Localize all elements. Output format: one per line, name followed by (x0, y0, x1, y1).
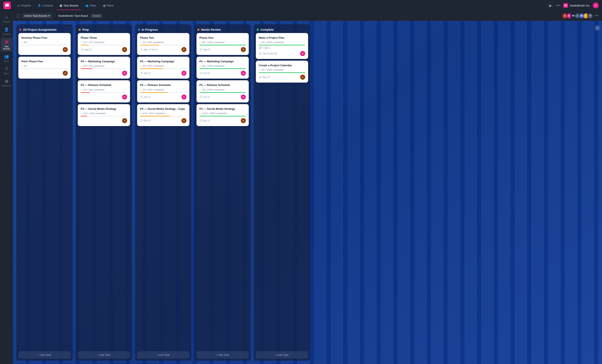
progress-bar-card-14 (199, 116, 246, 117)
card-card-4[interactable]: P3 — Marketing Campaign≡2/8 • 25% comple… (78, 57, 130, 79)
card-avatar-card-8: M (182, 71, 186, 76)
projects-icon: 🗂 (5, 15, 8, 20)
card-title-card-1: Develop Phase Four (21, 36, 68, 40)
app-logo[interactable] (3, 2, 11, 9)
card-title-card-7: Phase Two (140, 36, 186, 40)
sidebar-item-plans[interactable]: ☰ Plans (1, 65, 12, 76)
subtask-icon-card-7: ≡ (140, 41, 141, 43)
card-footer-card-12: 🕐Oct 17M (199, 71, 246, 76)
add-task-button-needs-review[interactable]: + Add Task (196, 351, 249, 359)
card-footer-card-8: 🕐Oct 17M (140, 71, 186, 76)
sub-header-right: A B RD C BS D +7 ••• (562, 13, 599, 19)
subtask-icon-card-12: ≡ (199, 65, 201, 67)
card-date-card-14: 🕐Oct 17 (199, 119, 210, 122)
board-area: All Project AssignmentsDevelop Phase Fou… (13, 21, 602, 364)
card-card-16[interactable]: Create a Project Calendar≡4/4 • 100% com… (256, 61, 308, 83)
column-title-in-progress: In Progress (142, 28, 158, 31)
subtask-text-card-7: 2/5 • 40% completed (142, 41, 164, 43)
top-nav: 🗂 Projects 👤 Contacts ▦ Task Boards 👥 Te… (0, 0, 602, 11)
card-meta-card-6: ≡2/14 • 14% completed (81, 112, 127, 115)
nav-item-projects[interactable]: 🗂 Projects (14, 3, 34, 8)
progress-bar-card-11 (199, 45, 246, 45)
sidebar-item-contacts[interactable]: 👤 Contacts (1, 25, 12, 37)
column-cards-prep: Phase Three≡1/6 • 17% completed🕐Sep 17PP… (78, 33, 130, 350)
card-card-14[interactable]: P1 — Social Media Strategy≡14/14 • 100% … (196, 104, 249, 126)
board-list-button[interactable]: Active Task Boards ▾ (22, 13, 52, 18)
subtask-text-card-5: 1/5 • 20% completed (83, 88, 104, 91)
card-card-1[interactable]: Develop Phase Four≡0/3D (18, 33, 71, 55)
nav-contacts-label: Contacts (42, 4, 53, 7)
add-task-button-in-progress[interactable]: + Add Task (137, 351, 189, 359)
card-card-8[interactable]: P2 — Marketing Campaign≡4/8 • 50% comple… (137, 57, 189, 79)
column-prep: PrepPhase Three≡1/6 • 17% completed🕐Sep … (76, 24, 132, 361)
more-options-button[interactable]: ••• (556, 4, 561, 7)
card-card-5[interactable]: P3 — Release Schedule≡1/5 • 20% complete… (78, 80, 130, 102)
add-task-button-complete[interactable]: + Add Task (256, 351, 308, 359)
card-avatar-card-11: P (241, 47, 246, 52)
column-cards-needs-review: Phase One≡8/8 • 100% completed🕐Sep 17PP1… (196, 33, 249, 350)
card-meta-card-16: ≡4/4 • 100% completed (259, 69, 305, 71)
sidebar: 🗂 Projects 👤 Contacts ▦ Task Boards 👥 Te… (0, 11, 13, 364)
sidebar-item-team[interactable]: 👥 Team (1, 53, 12, 64)
card-card-3[interactable]: Phase Three≡1/6 • 17% completed🕐Sep 17P (78, 33, 130, 55)
card-meta-card-11: ≡8/8 • 100% completed (199, 41, 246, 43)
clock-icon-card-11: 🕐 (199, 48, 202, 51)
nav-item-task-boards[interactable]: ▦ Task Boards (57, 3, 81, 8)
card-card-7[interactable]: Phase Two≡2/5 • 40% completed🕐Sep 17-Oct… (137, 33, 189, 55)
company-name: StudioBinder Inc. (570, 4, 590, 7)
card-meta-card-9: ≡3/5 • 60% completed (140, 88, 186, 91)
board-list-label: Active Task Boards (24, 14, 47, 17)
card-card-13[interactable]: P1 — Release Schedule≡5/5 • 100% complet… (196, 80, 249, 102)
board-checkbox[interactable] (16, 14, 20, 18)
progress-bar-card-6 (81, 116, 127, 117)
subtask-icon-card-8: ≡ (140, 65, 141, 67)
card-date-card-12: 🕐Oct 17 (199, 72, 210, 75)
date-text-card-8: Oct 17 (144, 72, 150, 75)
subtask-text-card-13: 5/5 • 100% completed (202, 88, 224, 91)
card-card-11[interactable]: Phase One≡8/8 • 100% completed🕐Sep 17P (196, 33, 249, 55)
progress-fill-card-10 (140, 116, 170, 117)
card-footer-card-5: R (81, 95, 127, 99)
subtask-icon-card-4: ≡ (81, 65, 82, 67)
nav-item-contacts[interactable]: 👤 Contacts (35, 3, 56, 8)
taskboards-sidebar-icon: ▦ (5, 40, 8, 44)
card-card-2[interactable]: Pitch Phase Five≡0/2P (18, 57, 71, 79)
add-column-button[interactable]: + (594, 25, 600, 31)
date-text-card-7: Sep 17-Oct 9 (144, 48, 157, 51)
card-title-card-12: P1 — Marketing Campaign (199, 60, 246, 63)
add-task-button-prep[interactable]: + Add Task (78, 351, 130, 359)
progress-fill-card-11 (199, 45, 246, 45)
card-meta-card-12: ≡8/8 • 100% completed (199, 64, 246, 67)
clock-icon-card-15: 🕐 (259, 52, 262, 55)
column-needs-review: Needs ReviewPhase One≡8/8 • 100% complet… (194, 24, 251, 361)
card-card-6[interactable]: P3 — Social Media Strategy≡2/14 • 14% co… (78, 104, 130, 126)
link-icon-card-15: 🔗 1 (259, 47, 264, 49)
card-card-12[interactable]: P1 — Marketing Campaign≡8/8 • 100% compl… (196, 57, 249, 79)
user-avatar[interactable]: U (593, 2, 599, 8)
sidebar-item-task-boards[interactable]: ▦ Task Boards (1, 38, 12, 52)
progress-fill-card-4 (81, 68, 92, 69)
date-text-card-9: Oct 17 (144, 96, 150, 98)
card-meta-card-7: ≡2/5 • 40% completed (140, 41, 186, 43)
column-dot-prep (79, 29, 81, 31)
nav-item-team[interactable]: 👥 Team (82, 3, 99, 8)
card-card-10[interactable]: P3 — Social Media Strategy - Copy≡9/14 •… (137, 104, 189, 126)
sidebar-item-resources[interactable]: ▦ Resources (1, 77, 12, 89)
sub-header-more-button[interactable]: ••• (595, 14, 599, 18)
card-card-9[interactable]: P2 — Release Schedule≡3/5 • 60% complete… (137, 80, 189, 102)
card-date-card-13: 🕐Oct 17 (199, 96, 210, 98)
sidebar-item-projects[interactable]: 🗂 Projects (1, 13, 12, 25)
subtask-icon-card-1: ≡ (21, 41, 22, 43)
column-all-project: All Project AssignmentsDevelop Phase Fou… (16, 24, 73, 361)
add-task-button-all-project[interactable]: + Add Task (18, 351, 71, 359)
progress-bar-card-2 (21, 68, 68, 69)
card-card-15[interactable]: Make a Project Plan≡4/4 • 100% completed… (256, 33, 308, 59)
card-meta-card-8: ≡4/8 • 50% completed (140, 64, 186, 67)
subtask-text-card-8: 4/8 • 50% completed (142, 64, 164, 67)
play-button[interactable]: ▶ (548, 2, 554, 8)
subtask-icon-card-10: ≡ (140, 112, 141, 114)
plans-sidebar-icon: ☰ (5, 66, 8, 71)
subtask-icon-card-5: ≡ (81, 88, 82, 91)
team-icon: 👥 (85, 4, 88, 7)
nav-item-plans[interactable]: ▦ Plans (100, 3, 117, 8)
